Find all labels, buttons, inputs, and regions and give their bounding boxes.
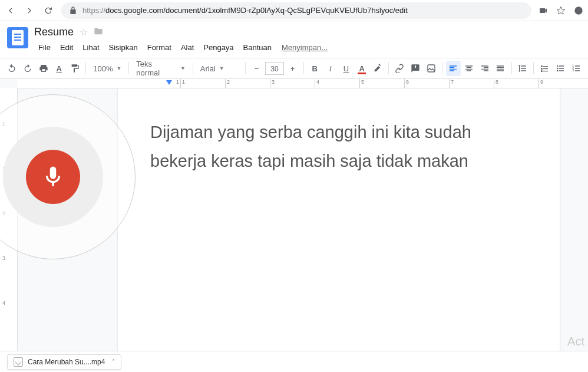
browser-toolbar: https://docs.google.com/document/d/1xolm… bbox=[0, 0, 588, 21]
menubar: File Edit Lihat Sisipkan Format Alat Pen… bbox=[34, 41, 581, 54]
font-size-decrease[interactable]: − bbox=[249, 61, 264, 76]
menu-edit[interactable]: Edit bbox=[56, 41, 77, 54]
lock-icon bbox=[68, 6, 78, 15]
svg-text:3: 3 bbox=[572, 69, 574, 72]
microphone-icon bbox=[41, 164, 65, 189]
menu-help[interactable]: Bantuan bbox=[239, 41, 276, 54]
redo-button[interactable] bbox=[21, 61, 35, 76]
address-bar[interactable]: https://docs.google.com/document/d/1xolm… bbox=[61, 2, 531, 19]
zoom-dropdown[interactable]: 100%▼ bbox=[90, 61, 125, 76]
align-left-button[interactable] bbox=[446, 61, 461, 76]
formatting-toolbar: A 100%▼ Teks normal▼ Arial▼ − 30 + B I U… bbox=[0, 58, 588, 79]
spellcheck-button[interactable]: A bbox=[52, 61, 67, 76]
highlight-button[interactable] bbox=[370, 61, 385, 76]
profile-icon[interactable] bbox=[574, 6, 583, 15]
menu-format[interactable]: Format bbox=[143, 41, 176, 54]
align-right-button[interactable] bbox=[477, 61, 492, 76]
print-button[interactable] bbox=[36, 61, 51, 76]
insert-image-button[interactable] bbox=[424, 61, 438, 76]
menu-tools[interactable]: Alat bbox=[177, 41, 198, 54]
back-button[interactable] bbox=[5, 5, 16, 17]
download-filename: Cara Merubah Su....mp4 bbox=[28, 358, 105, 366]
font-dropdown[interactable]: Arial▼ bbox=[197, 61, 242, 76]
line-spacing-button[interactable] bbox=[516, 61, 530, 76]
menu-insert[interactable]: Sisipkan bbox=[105, 41, 142, 54]
camera-icon[interactable] bbox=[539, 6, 548, 15]
insert-link-button[interactable] bbox=[392, 61, 407, 76]
document-page[interactable]: Dijaman yang serba canggih ini kita suda… bbox=[118, 88, 560, 372]
voice-typing-widget[interactable] bbox=[0, 94, 136, 259]
paint-format-button[interactable] bbox=[68, 61, 82, 76]
menu-addons[interactable]: Pengaya bbox=[199, 41, 237, 54]
forward-button[interactable] bbox=[24, 5, 35, 17]
svg-point-6 bbox=[557, 70, 559, 72]
menu-view[interactable]: Lihat bbox=[78, 41, 103, 54]
document-title[interactable]: Resume bbox=[34, 26, 74, 38]
document-body-text[interactable]: Dijaman yang serba canggih ini kita suda… bbox=[150, 118, 527, 176]
svg-rect-3 bbox=[428, 65, 435, 72]
ruler-container: 1 1 2 3 4 5 6 7 8 9 bbox=[0, 79, 588, 88]
saving-status: Menyimpan... bbox=[282, 43, 328, 52]
checklist-button[interactable] bbox=[537, 61, 552, 76]
docs-logo[interactable] bbox=[7, 27, 28, 48]
numbered-list-button[interactable]: 123 bbox=[569, 61, 583, 76]
text-color-button[interactable]: A bbox=[355, 61, 369, 76]
svg-rect-2 bbox=[415, 65, 415, 67]
undo-button[interactable] bbox=[5, 61, 19, 76]
align-center-button[interactable] bbox=[462, 61, 477, 76]
font-size-input[interactable]: 30 bbox=[265, 62, 284, 75]
download-item[interactable]: Cara Merubah Su....mp4 ˄ bbox=[7, 354, 121, 370]
underline-button[interactable]: U bbox=[339, 61, 354, 76]
editor-area: 1 1 2 3 4 Dijaman yang serba canggih ini… bbox=[0, 88, 588, 372]
bold-button[interactable]: B bbox=[308, 61, 322, 76]
voice-mic-button[interactable] bbox=[26, 150, 80, 204]
paragraph-style-dropdown[interactable]: Teks normal▼ bbox=[133, 61, 189, 76]
chevron-up-icon[interactable]: ˄ bbox=[112, 358, 115, 365]
file-icon bbox=[14, 357, 23, 367]
svg-point-0 bbox=[574, 6, 582, 14]
menu-file[interactable]: File bbox=[34, 41, 55, 54]
downloads-bar: Cara Merubah Su....mp4 ˄ bbox=[0, 351, 588, 372]
move-folder-icon[interactable] bbox=[94, 27, 103, 38]
margin-marker[interactable] bbox=[166, 80, 172, 85]
star-document-icon[interactable]: ☆ bbox=[80, 27, 88, 38]
font-size-increase[interactable]: + bbox=[285, 61, 300, 76]
horizontal-ruler[interactable]: 1 1 2 3 4 5 6 7 8 9 bbox=[18, 79, 588, 88]
italic-button[interactable]: I bbox=[323, 61, 338, 76]
bulleted-list-button[interactable] bbox=[553, 61, 568, 76]
docs-header: Resume ☆ File Edit Lihat Sisipkan Format… bbox=[0, 21, 588, 54]
url-text: https://docs.google.com/document/d/1xolm… bbox=[82, 6, 408, 15]
svg-point-4 bbox=[557, 65, 559, 67]
insert-comment-button[interactable] bbox=[408, 61, 423, 76]
svg-point-5 bbox=[557, 68, 559, 70]
align-justify-button[interactable] bbox=[493, 61, 508, 76]
star-icon[interactable] bbox=[556, 6, 566, 15]
watermark: Act bbox=[567, 335, 584, 348]
reload-button[interactable] bbox=[42, 5, 54, 17]
